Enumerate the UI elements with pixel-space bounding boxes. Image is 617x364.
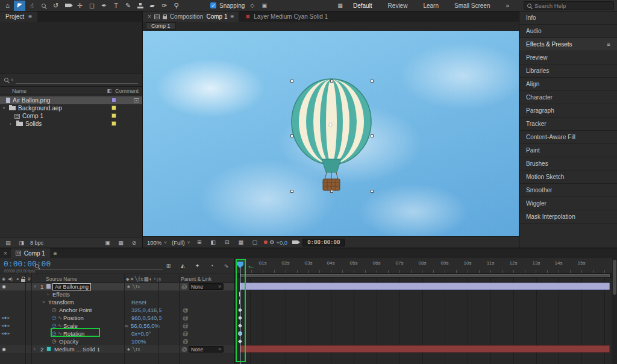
label-chip[interactable] — [111, 105, 116, 110]
panel-preview[interactable]: Preview — [519, 51, 617, 64]
selection-handle[interactable] — [371, 80, 374, 83]
panel-audio[interactable]: Audio — [519, 25, 617, 38]
selection-handle[interactable] — [290, 134, 293, 137]
parent-dropdown[interactable]: None ˅ — [189, 346, 224, 353]
selection-handle[interactable] — [290, 190, 293, 193]
grid-guides-button[interactable]: ⊞ — [195, 238, 204, 247]
layer-switches[interactable]: ♣ ╲fx — [127, 283, 140, 290]
next-keyframe-icon[interactable]: ▶ — [7, 315, 10, 321]
project-search-row[interactable]: ˅ — [0, 74, 142, 87]
previous-keyframe-icon[interactable]: ◀ — [1, 330, 4, 337]
exposure-control[interactable]: ⚙ +0,0 — [264, 239, 287, 246]
selection-tool-button[interactable]: ◤ — [14, 1, 25, 11]
panel-character[interactable]: Character — [519, 91, 617, 104]
roto-brush-tool-button[interactable]: ✑ — [158, 1, 170, 11]
parent-link-column-label[interactable]: Parent & Link — [181, 276, 211, 282]
twirl-closed-icon[interactable]: › — [10, 121, 14, 127]
anchor-point-row[interactable]: ◷ Anchor Point 325,0,416,5 @ — [0, 306, 234, 314]
balloon-layer-graphic[interactable] — [290, 77, 373, 192]
project-item-comp1[interactable]: Comp 1 — [0, 112, 142, 120]
workspace-learn[interactable]: Learn — [415, 2, 446, 9]
pickwhip-icon[interactable]: @ — [183, 307, 189, 313]
panel-libraries[interactable]: Libraries — [519, 64, 617, 78]
next-keyframe-icon[interactable]: ▶ — [7, 330, 10, 337]
twirl-open-icon[interactable]: ˅ — [2, 105, 7, 111]
selection-handle[interactable] — [330, 190, 333, 193]
panel-wiggler[interactable]: Wiggler — [519, 197, 617, 210]
eye-icon[interactable]: ◉ — [2, 283, 6, 290]
opacity-row[interactable]: ◷ Opacity 100% @ — [0, 337, 234, 345]
layer-panel-tab[interactable]: Layer Medium Cyan Solid 1 — [239, 11, 335, 22]
twirl-closed-icon[interactable]: › — [47, 291, 49, 298]
timeline-track-area[interactable]: 01s 02s 03s 04s 05s 06s 07s 08s 09s 10s … — [235, 258, 612, 364]
selection-handle[interactable] — [371, 190, 374, 193]
panel-align[interactable]: Align — [519, 78, 617, 91]
snap-features-button[interactable]: ◇ — [248, 1, 257, 10]
shape-tool-button[interactable]: ◻ — [86, 1, 98, 11]
position-row[interactable]: ◀ ◆ ▶ ◷ ∿ Position 960,0,540,0 @ — [0, 314, 234, 322]
parent-dropdown[interactable]: None ˅ — [189, 283, 224, 290]
workspace-small-screen[interactable]: Small Screen — [446, 2, 498, 9]
panel-brushes[interactable]: Brushes — [519, 157, 617, 171]
motion-blur-button[interactable]: ∿ — [222, 261, 231, 270]
workspace-default[interactable]: Default — [345, 2, 380, 9]
work-area-strip[interactable] — [235, 274, 612, 278]
selection-handle[interactable] — [290, 80, 293, 83]
type-tool-button[interactable]: T — [110, 1, 122, 11]
panel-info[interactable]: Info — [519, 11, 617, 25]
layer-2-duration-bar[interactable] — [240, 345, 610, 353]
delete-button[interactable]: ⊘ — [130, 238, 139, 247]
panel-effects-presets[interactable]: Effects & Presets ≡ — [519, 38, 617, 51]
pickwhip-icon[interactable]: @ — [183, 315, 189, 321]
panel-smoother[interactable]: Smoother — [519, 184, 617, 197]
magnification-dropdown[interactable]: 100% ˅ — [147, 239, 167, 246]
position-label[interactable]: Position — [63, 315, 84, 321]
layer-1-duration-bar[interactable] — [240, 283, 610, 290]
new-composition-button[interactable]: ▦ — [116, 238, 125, 247]
snap-grid-button[interactable]: ▣ — [260, 1, 269, 10]
eraser-tool-button[interactable]: ▰ — [146, 1, 158, 11]
timeline-search-input[interactable] — [35, 262, 163, 270]
layer-row-1[interactable]: ◉ ˅ 1 Air Ballon.png ♣ ╲fx @ None ˅ — [0, 283, 234, 290]
pickwhip-icon[interactable]: @ — [181, 346, 187, 353]
effects-group-row[interactable]: › Effects — [0, 290, 234, 298]
region-of-interest-button[interactable]: ⊡ — [222, 238, 231, 247]
selection-handle[interactable] — [371, 134, 374, 137]
workspace-grid-button[interactable]: ▦ — [336, 1, 345, 10]
timeline-scrollbar-track[interactable] — [612, 258, 617, 364]
twirl-closed-icon[interactable]: › — [34, 346, 36, 353]
timeline-tab-comp1[interactable]: Comp 1 — [11, 248, 50, 258]
help-search-box[interactable]: Search Help — [524, 1, 614, 10]
preview-timecode[interactable]: 0:00:00:00 — [302, 239, 345, 246]
pen-tool-button[interactable]: ✒ — [98, 1, 110, 11]
previous-keyframe-icon[interactable]: ◀ — [1, 322, 4, 329]
clone-stamp-tool-button[interactable] — [134, 1, 146, 11]
audio-column-icon[interactable]: ◀) — [8, 277, 13, 281]
snapping-checkbox[interactable]: ✓ — [210, 2, 216, 8]
pickwhip-icon[interactable]: @ — [181, 283, 187, 290]
snapshot-camera-icon[interactable] — [292, 240, 298, 244]
channels-button[interactable]: ◧ — [208, 238, 218, 247]
scale-row[interactable]: ◀ ◆ ▶ ◷ ∿ Scale ∞ 56,0,56,0% @ — [0, 322, 234, 330]
proxy-button[interactable]: ◨ — [17, 238, 26, 247]
stopwatch-icon[interactable]: ◷ — [52, 338, 57, 345]
pickwhip-icon[interactable]: @ — [183, 338, 189, 345]
eye-icon[interactable]: ◉ — [2, 346, 6, 353]
lock-column-icon[interactable] — [21, 279, 25, 282]
timeline-scrollbar-thumb[interactable] — [613, 260, 616, 295]
constrain-link-icon[interactable]: ∞ — [124, 322, 128, 329]
project-search-input[interactable] — [16, 77, 138, 84]
keyframe-diamond-icon[interactable]: ◆ — [4, 315, 7, 321]
workspace-review[interactable]: Review — [380, 2, 416, 9]
scale-value[interactable]: 56,0,56,0% — [131, 322, 160, 329]
resolution-dropdown[interactable]: (Full) ˅ — [172, 239, 190, 246]
panel-motion-sketch[interactable]: Motion Sketch — [519, 171, 617, 184]
keyframe-navigator[interactable]: ◀ ◆ ▶ — [1, 322, 10, 329]
panel-mask-interpolation[interactable]: Mask Interpolation — [519, 210, 617, 224]
anchor-point-label[interactable]: Anchor Point — [59, 307, 92, 313]
work-area-bar[interactable] — [240, 274, 610, 277]
source-name-column-label[interactable]: Source Name — [46, 276, 77, 282]
stopwatch-icon[interactable]: ◷ — [52, 330, 57, 337]
keyframe-diamond-icon[interactable]: ◆ — [4, 330, 7, 337]
rotation-label[interactable]: Rotation — [63, 330, 84, 337]
